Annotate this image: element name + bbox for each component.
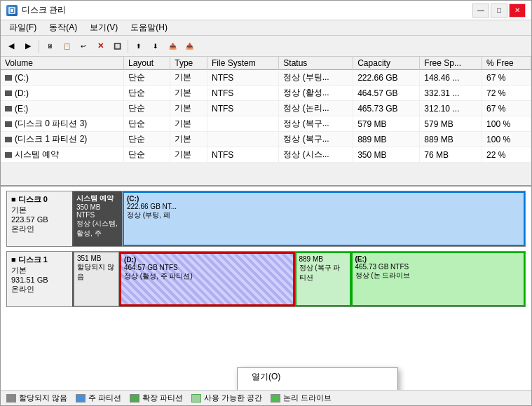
e-partition-size: 465.73 GB NTFS [355, 263, 521, 271]
toolbar-btn-5[interactable]: 🔲 [109, 39, 125, 54]
table-cell: 기본 [170, 132, 207, 147]
table-row[interactable]: (C:)단순기본NTFS정상 (부팅...222.66 GB148.46 ...… [1, 70, 531, 86]
d-partition-size: 464.57 GB NTFS [124, 264, 290, 271]
table-cell: 정상 (복구... [279, 132, 353, 147]
menu-bar: 파일(F) 동작(A) 보기(V) 도움말(H) [1, 20, 531, 36]
title-bar-controls: — □ ✕ [472, 4, 526, 18]
d-partition-label: (D:) [124, 256, 290, 264]
toolbar-btn-1[interactable]: 🖥 [42, 39, 57, 54]
ctx-explore[interactable]: 탐색(E) [238, 386, 397, 390]
disk-0-name: ■ 디스크 0 [11, 194, 68, 205]
main-window: 디스크 관리 — □ ✕ 파일(F) 동작(A) 보기(V) 도움말(H) ◀ … [0, 0, 532, 406]
table-cell: 시스템 예약 [1, 147, 124, 163]
toolbar-separator-2 [128, 40, 128, 53]
disk-1-e-partition[interactable]: (E:) 465.73 GB NTFS 정상 (논 드라이브 [351, 252, 526, 306]
legend-primary-label: 주 파티션 [88, 393, 121, 403]
disk-1-partitions: 351 MB 할당되지 않음 (D:) 464.57 GB NTFS 정상 (활… [74, 252, 525, 306]
table-cell: 222.66 GB [353, 70, 420, 86]
d-partition-status: 정상 (활성, 주 파티션) [124, 271, 290, 281]
forward-button[interactable]: ▶ [20, 39, 36, 54]
col-freepct: % Free [482, 57, 531, 70]
legend-extended-label: 확장 파티션 [142, 393, 183, 403]
disk-0-partitions: 시스템 예약 350 MB NTFS 정상 (시스템, 활성, 주 (C:) 2… [74, 191, 525, 246]
table-cell: NTFS [207, 70, 279, 86]
disk-1-recovery-partition[interactable]: 889 MB 정상 (복구 파티션 [295, 252, 351, 306]
disk-1-status: 온라인 [11, 284, 68, 295]
delete-button[interactable]: ✕ [93, 39, 108, 54]
disk-0-c-partition[interactable]: (C:) 222.66 GB NT... 정상 (부팅, 페 [123, 191, 525, 246]
table-row[interactable]: (디스크 0 파티션 3)단순기본정상 (복구...579 MB579 MB10… [1, 116, 531, 132]
disk-1-unalloc-partition[interactable]: 351 MB 할당되지 않음 [74, 252, 119, 306]
legend-unalloc-label: 할당되지 않음 [19, 393, 67, 403]
toolbar-separator-1 [39, 40, 39, 53]
title-bar: 디스크 관리 — □ ✕ [1, 1, 531, 20]
table-cell: 단순 [124, 132, 170, 147]
table-cell: 100 % [482, 132, 531, 147]
disk-1-block: ■ 디스크 1 기본 931.51 GB 온라인 351 MB 할당되지 않음 … [6, 251, 526, 307]
table-cell: 단순 [124, 86, 170, 101]
c-partition-status: 정상 (부팅, 페 [127, 210, 521, 220]
table-cell: 정상 (시스... [279, 147, 353, 163]
table-cell: 기본 [170, 116, 207, 132]
volume-table-area: Volume Layout Type File System Status Ca… [1, 57, 531, 187]
menu-help[interactable]: 도움말(H) [125, 20, 173, 35]
back-button[interactable]: ◀ [4, 39, 19, 54]
table-cell: 76 MB [420, 147, 482, 163]
disk-0-type: 기본 [11, 205, 68, 215]
table-row[interactable]: 시스템 예약단순기본NTFS정상 (시스...350 MB76 MB22 % [1, 147, 531, 163]
toolbar-btn-6[interactable]: ⬆ [131, 39, 146, 54]
table-cell: 정상 (복구... [279, 116, 353, 132]
close-button[interactable]: ✕ [509, 4, 526, 18]
disk-1-type: 기본 [11, 265, 68, 276]
table-cell: 67 % [482, 70, 531, 86]
title-bar-left: 디스크 관리 [6, 4, 66, 16]
disk-1-info: ■ 디스크 1 기본 931.51 GB 온라인 [7, 252, 74, 306]
toolbar-btn-2[interactable]: 📋 [59, 39, 74, 54]
menu-file[interactable]: 파일(F) [4, 20, 42, 35]
legend-freespace: 사용 가능한 공간 [191, 393, 262, 403]
ctx-open[interactable]: 열기(O) [238, 368, 397, 386]
e-partition-status: 정상 (논 드라이브 [355, 271, 521, 280]
toolbar-btn-8[interactable]: 📤 [165, 39, 180, 54]
table-cell: 889 MB [353, 132, 420, 147]
legend-primary-box [76, 394, 86, 402]
legend-extended: 확장 파티션 [130, 393, 183, 403]
toolbar-btn-9[interactable]: 📥 [182, 39, 197, 54]
menu-action[interactable]: 동작(A) [43, 20, 83, 35]
disk-1-d-partition[interactable]: (D:) 464.57 GB NTFS 정상 (활성, 주 파티션) [119, 252, 295, 306]
e-partition-label: (E:) [355, 255, 521, 263]
table-row[interactable]: (D:)단순기본NTFS정상 (활성...464.57 GB332.31 ...… [1, 86, 531, 101]
table-cell: 기본 [170, 70, 207, 86]
disk-0-system-partition[interactable]: 시스템 예약 350 MB NTFS 정상 (시스템, 활성, 주 [74, 191, 123, 246]
table-cell: 기본 [170, 101, 207, 116]
disk-0-status: 온라인 [11, 224, 68, 234]
table-row[interactable]: (E:)단순기본NTFS정상 (논리...465.73 GB312.10 ...… [1, 101, 531, 116]
col-volume: Volume [1, 57, 124, 70]
col-freespace: Free Sp... [420, 57, 482, 70]
table-cell: 67 % [482, 101, 531, 116]
table-cell: 100 % [482, 116, 531, 132]
recovery-status: 정상 (복구 파티션 [299, 263, 347, 283]
c-partition-label: (C:) [127, 195, 521, 203]
table-cell: (D:) [1, 86, 124, 101]
table-cell: 단순 [124, 147, 170, 163]
table-cell: 정상 (부팅... [279, 70, 353, 86]
unalloc-label: 할당되지 않음 [77, 262, 116, 282]
svg-rect-1 [11, 9, 13, 12]
col-layout: Layout [124, 57, 170, 70]
legend-freespace-box [191, 394, 201, 402]
context-menu: 열기(O) 탐색(E) 파티션을 활성 파티션으로 표시(M) 드라이브 문자 … [237, 367, 398, 390]
minimize-button[interactable]: — [472, 4, 489, 18]
volume-table: Volume Layout Type File System Status Ca… [1, 57, 531, 163]
legend-logical-box [271, 394, 280, 402]
menu-view[interactable]: 보기(V) [84, 20, 123, 35]
table-cell: 72 % [482, 86, 531, 101]
maximize-button[interactable]: □ [491, 4, 507, 18]
toolbar-btn-7[interactable]: ⬇ [148, 39, 163, 54]
c-partition-size: 222.66 GB NT... [127, 203, 521, 210]
toolbar-btn-3[interactable]: ↩ [76, 39, 91, 54]
legend-freespace-label: 사용 가능한 공간 [204, 393, 262, 403]
table-cell: 단순 [124, 116, 170, 132]
table-header-row: Volume Layout Type File System Status Ca… [1, 57, 531, 70]
table-row[interactable]: (디스크 1 파티션 2)단순기본정상 (복구...889 MB889 MB10… [1, 132, 531, 147]
